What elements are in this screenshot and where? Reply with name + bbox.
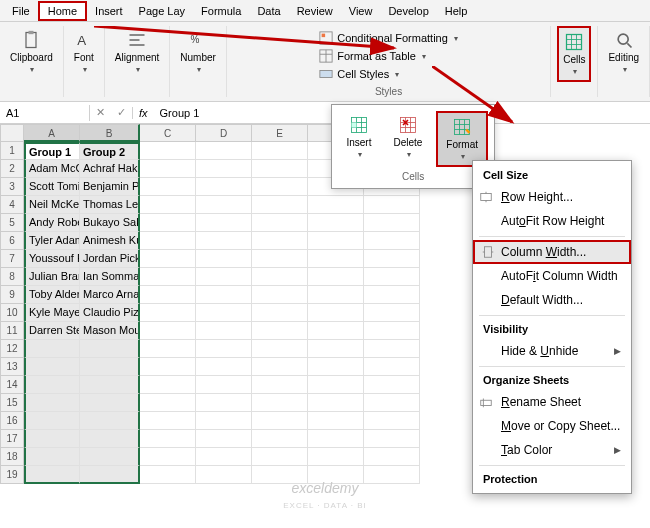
cell[interactable]: Adam McCauley [24, 160, 80, 178]
menu-tab-page lay[interactable]: Page Lay [131, 3, 193, 19]
delete-button[interactable]: Delete▾ [385, 111, 430, 167]
cell[interactable] [364, 394, 420, 412]
cell[interactable] [308, 412, 364, 430]
cell[interactable] [80, 358, 140, 376]
cell[interactable] [364, 412, 420, 430]
row-header[interactable]: 10 [0, 304, 24, 322]
cell[interactable] [140, 430, 196, 448]
col-header[interactable]: B [80, 124, 140, 142]
row-header[interactable]: 9 [0, 286, 24, 304]
row-header[interactable]: 1 [0, 142, 24, 160]
row-header[interactable]: 13 [0, 358, 24, 376]
cell[interactable] [308, 250, 364, 268]
conditional-formatting-button[interactable]: Conditional Formatting▾ [317, 30, 460, 46]
cell[interactable]: Darren Stevens [24, 322, 80, 340]
cell[interactable]: Animesh Kumar [80, 232, 140, 250]
cell[interactable] [308, 304, 364, 322]
cell[interactable] [140, 268, 196, 286]
cell[interactable] [252, 340, 308, 358]
cell[interactable] [80, 430, 140, 448]
cell[interactable]: Julian Brandt [24, 268, 80, 286]
menu-tab-home[interactable]: Home [38, 1, 87, 21]
cell[interactable] [364, 376, 420, 394]
cell[interactable] [364, 430, 420, 448]
cell[interactable] [80, 376, 140, 394]
cell[interactable] [252, 178, 308, 196]
cell[interactable] [140, 196, 196, 214]
row-header[interactable]: 2 [0, 160, 24, 178]
cell[interactable]: Marco Arnautovic [80, 286, 140, 304]
cell[interactable] [140, 412, 196, 430]
rename-sheet-item[interactable]: Rename Sheet [473, 390, 631, 414]
cell[interactable] [308, 322, 364, 340]
cell[interactable] [196, 178, 252, 196]
cell[interactable] [252, 358, 308, 376]
cell[interactable] [196, 304, 252, 322]
cell[interactable] [80, 394, 140, 412]
cell[interactable] [140, 394, 196, 412]
cell[interactable] [252, 304, 308, 322]
cell[interactable] [140, 304, 196, 322]
cell[interactable]: Toby Alderweireld [24, 286, 80, 304]
cell[interactable] [140, 160, 196, 178]
cell[interactable] [196, 214, 252, 232]
col-header[interactable]: D [196, 124, 252, 142]
cell[interactable] [140, 322, 196, 340]
menu-tab-file[interactable]: File [4, 3, 38, 19]
cell[interactable] [140, 340, 196, 358]
cell[interactable] [364, 268, 420, 286]
row-header[interactable]: 15 [0, 394, 24, 412]
cell[interactable] [196, 448, 252, 466]
fx-confirm-icon[interactable]: ✓ [111, 106, 132, 119]
cell[interactable] [80, 466, 140, 484]
cell[interactable] [308, 448, 364, 466]
cell[interactable] [308, 430, 364, 448]
cell[interactable] [24, 412, 80, 430]
cell[interactable] [364, 196, 420, 214]
cell[interactable]: Andy Robertson [24, 214, 80, 232]
select-all-corner[interactable] [0, 124, 24, 142]
cell[interactable] [24, 430, 80, 448]
cell[interactable] [24, 466, 80, 484]
cell[interactable] [252, 430, 308, 448]
cell[interactable] [24, 340, 80, 358]
row-header[interactable]: 8 [0, 268, 24, 286]
cell[interactable] [308, 376, 364, 394]
cell[interactable]: Youssouf Fofana [24, 250, 80, 268]
autofit-row-item[interactable]: AutoFit Row Height [473, 209, 631, 233]
menu-tab-insert[interactable]: Insert [87, 3, 131, 19]
cell[interactable] [140, 142, 196, 160]
menu-tab-formula[interactable]: Formula [193, 3, 249, 19]
cell[interactable] [364, 232, 420, 250]
cell[interactable] [364, 286, 420, 304]
cell[interactable] [140, 232, 196, 250]
cell[interactable] [140, 286, 196, 304]
cell[interactable]: Jordan Pickford [80, 250, 140, 268]
cell[interactable] [308, 358, 364, 376]
cell[interactable] [24, 448, 80, 466]
cell[interactable] [364, 340, 420, 358]
row-header[interactable]: 5 [0, 214, 24, 232]
cell[interactable] [364, 466, 420, 484]
cell[interactable] [140, 178, 196, 196]
cell[interactable] [308, 268, 364, 286]
menu-tab-review[interactable]: Review [289, 3, 341, 19]
cell[interactable]: Tyler Adams [24, 232, 80, 250]
cell[interactable] [196, 322, 252, 340]
cell[interactable]: Neil McKenna [24, 196, 80, 214]
cell[interactable] [308, 286, 364, 304]
cell[interactable] [252, 448, 308, 466]
font-button[interactable]: A Font ▾ [70, 26, 98, 78]
cell[interactable] [364, 448, 420, 466]
cell[interactable] [252, 322, 308, 340]
cell[interactable]: Kyle Mayer [24, 304, 80, 322]
cell[interactable] [196, 394, 252, 412]
cell[interactable] [196, 358, 252, 376]
cell[interactable] [252, 376, 308, 394]
cell[interactable] [252, 214, 308, 232]
format-button[interactable]: Format▾ [436, 111, 488, 167]
row-header[interactable]: 19 [0, 466, 24, 484]
menu-tab-help[interactable]: Help [437, 3, 476, 19]
cell[interactable]: Benjamin Pavard [80, 178, 140, 196]
row-header[interactable]: 16 [0, 412, 24, 430]
